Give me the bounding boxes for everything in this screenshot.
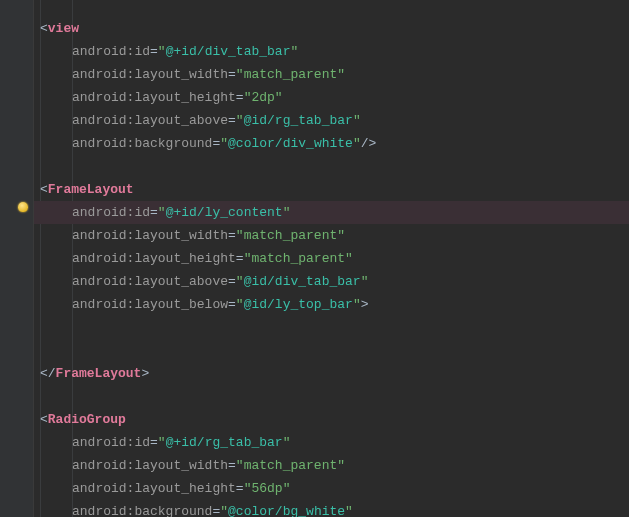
token-str: " bbox=[236, 113, 244, 128]
token-bracket: > bbox=[361, 297, 369, 312]
token-bracket: /> bbox=[361, 136, 377, 151]
token-attr: android:layout_width bbox=[72, 67, 228, 82]
token-bracket: > bbox=[141, 366, 149, 381]
token-tag: FrameLayout bbox=[48, 182, 134, 197]
code-line[interactable]: android:layout_below="@id/ly_top_bar"> bbox=[34, 293, 629, 316]
token-str: " bbox=[158, 205, 166, 220]
token-eq: = bbox=[150, 435, 158, 450]
token-attr: android:id bbox=[72, 435, 150, 450]
token-str: " bbox=[353, 136, 361, 151]
token-str: " bbox=[220, 136, 228, 151]
token-str: " bbox=[220, 504, 228, 517]
token-str: " bbox=[236, 67, 244, 82]
token-attr: android:layout_above bbox=[72, 113, 228, 128]
token-str: " bbox=[283, 481, 291, 496]
token-ref: @+id/div_tab_bar bbox=[166, 44, 291, 59]
editor-gutter bbox=[0, 0, 34, 517]
token-str: " bbox=[337, 67, 345, 82]
token-str: " bbox=[345, 504, 353, 517]
token-eq: = bbox=[236, 90, 244, 105]
token-ref: @+id/rg_tab_bar bbox=[166, 435, 283, 450]
code-line[interactable] bbox=[34, 339, 629, 362]
token-attr: android:layout_height bbox=[72, 90, 236, 105]
token-str: match_parent bbox=[244, 228, 338, 243]
token-attr: android:layout_width bbox=[72, 458, 228, 473]
token-str: " bbox=[236, 458, 244, 473]
token-str: " bbox=[236, 228, 244, 243]
token-ref: @id/ly_top_bar bbox=[244, 297, 353, 312]
code-line[interactable]: android:layout_above="@id/rg_tab_bar" bbox=[34, 109, 629, 132]
token-ref: @id/rg_tab_bar bbox=[244, 113, 353, 128]
token-attr: android:background bbox=[72, 136, 212, 151]
code-line[interactable]: android:layout_height="56dp" bbox=[34, 477, 629, 500]
token-eq: = bbox=[228, 67, 236, 82]
code-line[interactable]: <RadioGroup bbox=[34, 408, 629, 431]
code-line[interactable]: android:id="@+id/ly_content" bbox=[34, 201, 629, 224]
token-eq: = bbox=[236, 251, 244, 266]
token-attr: android:layout_below bbox=[72, 297, 228, 312]
token-str: match_parent bbox=[244, 67, 338, 82]
token-attr: android:layout_height bbox=[72, 481, 236, 496]
token-attr: android:background bbox=[72, 504, 212, 517]
token-bracket: </ bbox=[40, 366, 56, 381]
token-str: " bbox=[283, 205, 291, 220]
token-attr: android:layout_height bbox=[72, 251, 236, 266]
code-line[interactable]: android:layout_width="match_parent" bbox=[34, 63, 629, 86]
token-eq: = bbox=[228, 297, 236, 312]
code-line[interactable] bbox=[34, 316, 629, 339]
token-eq: = bbox=[228, 458, 236, 473]
token-str: match_parent bbox=[251, 251, 345, 266]
token-eq: = bbox=[228, 274, 236, 289]
code-line[interactable]: </FrameLayout> bbox=[34, 362, 629, 385]
token-str: " bbox=[275, 90, 283, 105]
token-str: " bbox=[361, 274, 369, 289]
code-line[interactable]: android:layout_above="@id/div_tab_bar" bbox=[34, 270, 629, 293]
code-line[interactable]: <view bbox=[34, 17, 629, 40]
token-bracket: < bbox=[40, 182, 48, 197]
token-eq: = bbox=[228, 113, 236, 128]
token-str: " bbox=[337, 458, 345, 473]
code-line[interactable]: <FrameLayout bbox=[34, 178, 629, 201]
token-attr: android:id bbox=[72, 205, 150, 220]
token-eq: = bbox=[228, 228, 236, 243]
token-ref: @+id/ly_content bbox=[166, 205, 283, 220]
token-attr: android:layout_width bbox=[72, 228, 228, 243]
token-ref: @id/div_tab_bar bbox=[244, 274, 361, 289]
token-eq: = bbox=[236, 481, 244, 496]
code-line[interactable]: android:id="@+id/rg_tab_bar" bbox=[34, 431, 629, 454]
token-attr: android:id bbox=[72, 44, 150, 59]
code-line[interactable]: android:layout_width="match_parent" bbox=[34, 454, 629, 477]
token-str: " bbox=[158, 44, 166, 59]
token-str: " bbox=[345, 251, 353, 266]
code-line[interactable]: android:background="@color/bg_white" bbox=[34, 500, 629, 517]
code-line[interactable] bbox=[34, 155, 629, 178]
token-tag: view bbox=[48, 21, 79, 36]
token-str: " bbox=[290, 44, 298, 59]
token-eq: = bbox=[150, 44, 158, 59]
token-str: " bbox=[353, 297, 361, 312]
token-str: " bbox=[158, 435, 166, 450]
code-line[interactable]: android:layout_width="match_parent" bbox=[34, 224, 629, 247]
token-str: " bbox=[236, 297, 244, 312]
token-attr: android:layout_above bbox=[72, 274, 228, 289]
code-line[interactable] bbox=[34, 385, 629, 408]
code-line[interactable]: android:layout_height="match_parent" bbox=[34, 247, 629, 270]
token-str: " bbox=[236, 274, 244, 289]
token-ref: @color/div_white bbox=[228, 136, 353, 151]
token-ref: @color/bg_white bbox=[228, 504, 345, 517]
lightbulb-icon[interactable] bbox=[17, 201, 29, 213]
token-str: match_parent bbox=[244, 458, 338, 473]
code-line[interactable]: android:layout_height="2dp" bbox=[34, 86, 629, 109]
token-close-tag: FrameLayout bbox=[56, 366, 142, 381]
token-str: " bbox=[283, 435, 291, 450]
code-line[interactable]: android:background="@color/div_white"/> bbox=[34, 132, 629, 155]
token-bracket: < bbox=[40, 21, 48, 36]
token-str: " bbox=[337, 228, 345, 243]
token-tag: RadioGroup bbox=[48, 412, 126, 427]
token-str: 2dp bbox=[251, 90, 274, 105]
code-line[interactable]: android:id="@+id/div_tab_bar" bbox=[34, 40, 629, 63]
token-bracket: < bbox=[40, 412, 48, 427]
token-str: 56dp bbox=[251, 481, 282, 496]
token-eq: = bbox=[150, 205, 158, 220]
token-str: " bbox=[353, 113, 361, 128]
